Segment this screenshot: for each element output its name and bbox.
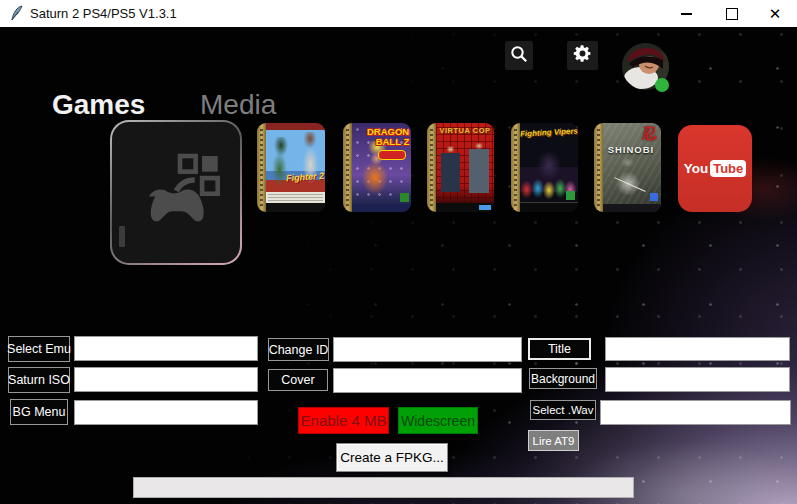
- app-feather-icon: [10, 5, 24, 26]
- online-status-dot: [655, 78, 669, 92]
- youtube-logo-you: You: [684, 161, 709, 176]
- cover-bottom-band: [603, 204, 661, 212]
- media-tile-youtube[interactable]: You Tube: [678, 125, 752, 212]
- background-button[interactable]: Background: [529, 368, 597, 389]
- game-tile-virtua-cop[interactable]: VIRTUA COP: [427, 123, 494, 212]
- game-library-icon: [134, 152, 226, 234]
- cover-title: VIRTUA COP: [436, 126, 494, 135]
- cover-title: SHINOBI: [608, 144, 655, 155]
- cover-spine: [343, 123, 352, 212]
- library-tile-surface: [112, 122, 240, 263]
- select-wav-input[interactable]: [600, 400, 791, 425]
- cover-bottom-band: [520, 202, 578, 212]
- youtube-logo-tube: Tube: [710, 160, 746, 177]
- gear-icon: [572, 43, 593, 68]
- cover-art: DRAGON BALL Z: [352, 123, 411, 212]
- close-button[interactable]: ✕: [753, 0, 797, 27]
- progress-bar: [133, 477, 634, 498]
- cover-art: Fighting Vipers: [520, 123, 578, 212]
- game-tile-shinobi[interactable]: 忍 SHINOBI: [594, 123, 661, 212]
- cover-text-band: [268, 194, 323, 202]
- enable-4mb-toggle[interactable]: Enable 4 MB: [298, 407, 389, 434]
- lire-at9-button[interactable]: Lire AT9: [528, 430, 579, 451]
- game-tile-virtua-fighter-2[interactable]: Fighter 2: [257, 123, 325, 212]
- publisher-mark: [400, 193, 409, 202]
- app-surface: Games Media: [0, 27, 797, 504]
- maximize-button[interactable]: [709, 0, 755, 27]
- select-emu-input[interactable]: [74, 336, 258, 361]
- saturn-iso-input[interactable]: [74, 367, 258, 392]
- game-tile-dragon-ball-z[interactable]: DRAGON BALL Z: [343, 123, 411, 212]
- tile-indicator-bar: [119, 226, 125, 247]
- ninja-figure: [610, 157, 648, 203]
- change-id-button[interactable]: Change ID: [268, 338, 329, 361]
- widescreen-toggle[interactable]: Widescreen: [398, 407, 478, 434]
- cover-spine: [594, 123, 603, 212]
- app-window: Saturn 2 PS4/PS5 V1.3.1 ✕ Games Media: [0, 0, 797, 504]
- cover-title: Fighting Vipers: [520, 127, 578, 139]
- game-tile-fighting-vipers[interactable]: Fighting Vipers: [511, 123, 578, 212]
- create-fpkg-button[interactable]: Create a FPKG...: [336, 443, 448, 472]
- cover-kanji: 忍: [642, 125, 656, 143]
- background-input[interactable]: [605, 367, 790, 392]
- bg-menu-input[interactable]: [74, 400, 258, 425]
- select-emu-button[interactable]: Select Emu: [8, 336, 70, 362]
- tab-games[interactable]: Games: [52, 89, 145, 121]
- title-button[interactable]: Title: [528, 338, 591, 360]
- cover-art: VIRTUA COP: [436, 123, 494, 212]
- tab-media[interactable]: Media: [200, 89, 276, 121]
- cover-button[interactable]: Cover: [268, 369, 328, 391]
- cover-subtitle-pill: [378, 150, 406, 160]
- cop-figure: [441, 146, 461, 201]
- search-icon: [509, 44, 529, 68]
- bg-menu-button[interactable]: BG Menu: [10, 399, 68, 425]
- selected-library-tile[interactable]: [110, 120, 242, 265]
- cover-input[interactable]: [333, 368, 522, 393]
- publisher-mark: [650, 193, 658, 201]
- titlebar: Saturn 2 PS4/PS5 V1.3.1 ✕: [0, 0, 797, 27]
- publisher-mark: [479, 205, 491, 210]
- settings-button[interactable]: [567, 41, 598, 70]
- cover-spine: [427, 123, 436, 212]
- search-button[interactable]: [505, 41, 533, 70]
- cover-bottom-band: [352, 204, 411, 212]
- title-input[interactable]: [605, 337, 790, 361]
- publisher-mark: [566, 191, 575, 200]
- select-wav-button[interactable]: Select .Wav: [530, 400, 596, 420]
- change-id-input[interactable]: [333, 337, 522, 362]
- cop-figure: [469, 143, 490, 202]
- saturn-iso-button[interactable]: Saturn ISO: [8, 367, 70, 393]
- cover-art: Fighter 2: [266, 123, 325, 212]
- window-title: Saturn 2 PS4/PS5 V1.3.1: [30, 6, 177, 21]
- cover-art: 忍 SHINOBI: [603, 123, 661, 212]
- cover-spine: [511, 123, 520, 212]
- minimize-button[interactable]: [664, 0, 709, 27]
- cover-title: DRAGON BALL Z: [367, 127, 409, 147]
- cover-spine: [257, 123, 266, 212]
